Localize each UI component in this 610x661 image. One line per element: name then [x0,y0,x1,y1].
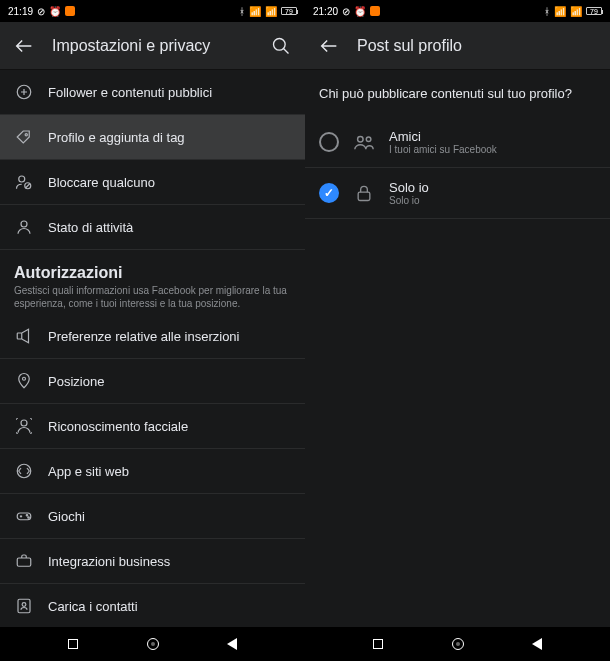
row-label: Stato di attività [48,220,133,235]
app-header: Impostazioni e privacy [0,22,305,70]
row-label: Bloccare qualcuno [48,175,155,190]
row-profile-tag[interactable]: Profilo e aggiunta di tag [0,115,305,160]
dnd-icon: ⊘ [37,6,45,17]
android-navbar [0,627,305,661]
row-location[interactable]: Posizione [0,359,305,404]
tag-icon [14,127,34,147]
alarm-icon: ⏰ [354,6,366,17]
friends-icon [353,131,375,153]
option-sub: I tuoi amici su Facebook [389,144,497,155]
signal-icon-2: 📶 [570,6,582,17]
row-label: Follower e contenuti pubblici [48,85,212,100]
status-time: 21:20 [313,6,338,17]
svg-rect-13 [17,558,31,566]
row-ad-preferences[interactable]: Preferenze relative alle inserzioni [0,314,305,359]
back-button[interactable] [317,34,341,58]
row-label: App e siti web [48,464,129,479]
lock-icon [353,182,375,204]
screen-settings: 21:19 ⊘ ⏰ ᚼ 📶 📶 79 Impostazioni e privac… [0,0,305,661]
status-bar: 21:20 ⊘ ⏰ ᚼ 📶 📶 79 [305,0,610,22]
megaphone-icon [14,326,34,346]
row-business-integrations[interactable]: Integrazioni business [0,539,305,584]
signal-icon-2: 📶 [265,6,277,17]
nav-home[interactable] [146,637,160,651]
svg-point-5 [21,221,27,227]
row-label: Integrazioni business [48,554,170,569]
page-title: Post sul profilo [357,37,598,55]
page-title: Impostazioni e privacy [52,37,253,55]
option-label: Amici [389,129,497,144]
row-label: Profilo e aggiunta di tag [48,130,185,145]
app-header: Post sul profilo [305,22,610,70]
section-subtitle: Gestisci quali informazioni usa Facebook… [14,284,291,310]
sync-icon [14,461,34,481]
svg-point-19 [366,137,371,142]
row-apps-websites[interactable]: App e siti web [0,449,305,494]
radio-checked-icon [319,183,339,203]
section-permissions: Autorizzazioni Gestisci quali informazio… [0,250,305,314]
app-badge [65,6,75,16]
settings-list: Follower e contenuti pubblici Profilo e … [0,70,305,627]
dnd-icon: ⊘ [342,6,350,17]
svg-point-0 [274,38,286,50]
svg-point-2 [25,134,27,136]
row-label: Preferenze relative alle inserzioni [48,329,239,344]
radio-unchecked-icon [319,132,339,152]
status-bar: 21:19 ⊘ ⏰ ᚼ 📶 📶 79 [0,0,305,22]
row-label: Posizione [48,374,104,389]
svg-point-12 [28,517,30,519]
block-user-icon [14,172,34,192]
nav-back[interactable] [530,637,544,651]
briefcase-icon [14,551,34,571]
gamepad-icon [14,506,34,526]
option-friends[interactable]: Amici I tuoi amici su Facebook [305,117,610,168]
back-button[interactable] [12,34,36,58]
search-button[interactable] [269,34,293,58]
svg-point-11 [26,515,28,517]
row-label: Carica i contatti [48,599,138,614]
bluetooth-icon: ᚼ [544,6,550,17]
row-upload-contacts[interactable]: Carica i contatti [0,584,305,627]
option-sub: Solo io [389,195,429,206]
nav-recent[interactable] [66,637,80,651]
row-followers[interactable]: Follower e contenuti pubblici [0,70,305,115]
nav-back[interactable] [225,637,239,651]
row-label: Riconoscimento facciale [48,419,188,434]
question-text: Chi può pubblicare contenuti sul tuo pro… [305,70,610,117]
svg-point-18 [358,137,364,143]
battery-icon: 79 [586,7,602,15]
alarm-icon: ⏰ [49,6,61,17]
add-circle-icon [14,82,34,102]
app-badge [370,6,380,16]
svg-rect-6 [17,333,22,339]
row-games[interactable]: Giochi [0,494,305,539]
face-icon [14,416,34,436]
row-label: Giochi [48,509,85,524]
bluetooth-icon: ᚼ [239,6,245,17]
nav-home[interactable] [451,637,465,651]
row-activity-status[interactable]: Stato di attività [0,205,305,250]
pin-icon [14,371,34,391]
signal-icon: 📶 [554,6,566,17]
row-face-recognition[interactable]: Riconoscimento facciale [0,404,305,449]
android-navbar [305,627,610,661]
option-only-me[interactable]: Solo io Solo io [305,168,610,219]
section-title: Autorizzazioni [14,264,291,282]
nav-recent[interactable] [371,637,385,651]
status-time: 21:19 [8,6,33,17]
option-label: Solo io [389,180,429,195]
svg-point-15 [22,603,26,607]
battery-icon: 79 [281,7,297,15]
options-list: Chi può pubblicare contenuti sul tuo pro… [305,70,610,627]
contacts-icon [14,596,34,616]
row-block[interactable]: Bloccare qualcuno [0,160,305,205]
person-icon [14,217,34,237]
svg-point-7 [23,377,26,380]
signal-icon: 📶 [249,6,261,17]
svg-rect-20 [358,192,370,200]
svg-point-3 [19,176,25,182]
screen-profile-posts: 21:20 ⊘ ⏰ ᚼ 📶 📶 79 Post sul profilo Chi … [305,0,610,661]
svg-point-8 [21,420,27,426]
